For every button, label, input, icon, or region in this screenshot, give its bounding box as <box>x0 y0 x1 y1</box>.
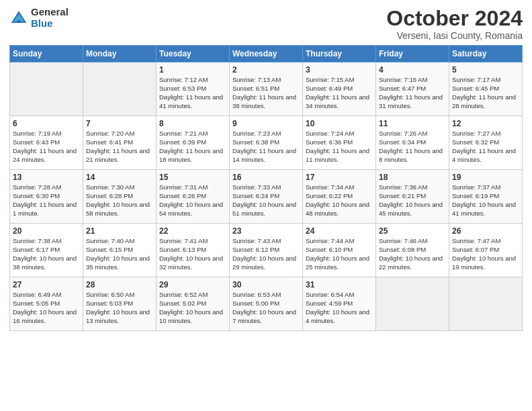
cell-content: Sunrise: 7:47 AM Sunset: 6:07 PM Dayligh… <box>452 237 519 271</box>
cell-content: Sunrise: 6:53 AM Sunset: 5:00 PM Dayligh… <box>232 291 300 325</box>
logo-text: General Blue <box>31 7 69 29</box>
calendar-cell <box>376 277 449 331</box>
day-number: 13 <box>13 173 80 182</box>
calendar-cell: 29Sunrise: 6:52 AM Sunset: 5:02 PM Dayli… <box>157 277 230 331</box>
title-block: October 2024 Verseni, Iasi County, Roman… <box>386 7 523 41</box>
calendar-cell: 31Sunrise: 6:54 AM Sunset: 4:59 PM Dayli… <box>303 277 376 331</box>
calendar-cell: 8Sunrise: 7:21 AM Sunset: 6:39 PM Daylig… <box>157 116 230 170</box>
calendar-cell: 9Sunrise: 7:23 AM Sunset: 6:38 PM Daylig… <box>230 116 303 170</box>
week-row-1: 1Sunrise: 7:12 AM Sunset: 6:53 PM Daylig… <box>10 62 523 116</box>
day-number: 11 <box>379 119 446 128</box>
calendar-cell: 12Sunrise: 7:27 AM Sunset: 6:32 PM Dayli… <box>449 116 523 170</box>
day-number: 14 <box>86 173 153 182</box>
cell-content: Sunrise: 7:41 AM Sunset: 6:13 PM Dayligh… <box>159 237 226 271</box>
cell-content: Sunrise: 6:52 AM Sunset: 5:02 PM Dayligh… <box>159 291 226 325</box>
calendar-cell: 5Sunrise: 7:17 AM Sunset: 6:45 PM Daylig… <box>449 62 523 116</box>
day-number: 31 <box>306 280 373 289</box>
cell-content: Sunrise: 7:30 AM Sunset: 6:28 PM Dayligh… <box>86 183 153 218</box>
day-number: 24 <box>306 226 373 236</box>
day-number: 8 <box>159 119 226 128</box>
calendar-cell: 30Sunrise: 6:53 AM Sunset: 5:00 PM Dayli… <box>230 277 303 331</box>
calendar-cell: 13Sunrise: 7:28 AM Sunset: 6:30 PM Dayli… <box>10 170 83 224</box>
cell-content: Sunrise: 7:12 AM Sunset: 6:53 PM Dayligh… <box>159 76 226 110</box>
calendar-cell: 22Sunrise: 7:41 AM Sunset: 6:13 PM Dayli… <box>157 224 230 277</box>
day-number: 25 <box>379 226 446 236</box>
cell-content: Sunrise: 7:36 AM Sunset: 6:21 PM Dayligh… <box>379 183 446 218</box>
cell-content: Sunrise: 7:26 AM Sunset: 6:34 PM Dayligh… <box>379 130 446 164</box>
day-number: 29 <box>159 280 226 289</box>
day-number: 10 <box>306 119 373 128</box>
calendar-cell: 18Sunrise: 7:36 AM Sunset: 6:21 PM Dayli… <box>376 170 449 224</box>
logo-general: General <box>31 7 69 18</box>
month-title: October 2024 <box>386 7 523 30</box>
cell-content: Sunrise: 7:21 AM Sunset: 6:39 PM Dayligh… <box>159 130 226 164</box>
day-number: 19 <box>452 173 519 182</box>
day-number: 20 <box>13 226 80 236</box>
day-number: 5 <box>452 65 519 75</box>
cell-content: Sunrise: 7:43 AM Sunset: 6:12 PM Dayligh… <box>232 237 300 271</box>
calendar: SundayMondayTuesdayWednesdayThursdayFrid… <box>9 45 523 331</box>
svg-rect-2 <box>17 20 21 23</box>
days-header-row: SundayMondayTuesdayWednesdayThursdayFrid… <box>10 46 523 62</box>
day-number: 30 <box>232 280 300 289</box>
logo-blue: Blue <box>31 18 69 30</box>
calendar-cell: 27Sunrise: 6:49 AM Sunset: 5:05 PM Dayli… <box>10 277 83 331</box>
calendar-cell: 26Sunrise: 7:47 AM Sunset: 6:07 PM Dayli… <box>449 224 523 277</box>
calendar-body: 1Sunrise: 7:12 AM Sunset: 6:53 PM Daylig… <box>10 62 523 331</box>
cell-content: Sunrise: 7:34 AM Sunset: 6:22 PM Dayligh… <box>306 183 373 218</box>
logo-icon <box>9 9 28 28</box>
day-header-saturday: Saturday <box>449 46 523 62</box>
calendar-cell: 14Sunrise: 7:30 AM Sunset: 6:28 PM Dayli… <box>83 170 157 224</box>
day-number: 2 <box>232 65 300 75</box>
cell-content: Sunrise: 7:27 AM Sunset: 6:32 PM Dayligh… <box>452 130 519 164</box>
cell-content: Sunrise: 7:16 AM Sunset: 6:47 PM Dayligh… <box>379 76 446 110</box>
calendar-cell: 20Sunrise: 7:38 AM Sunset: 6:17 PM Dayli… <box>10 224 83 277</box>
day-number: 7 <box>86 119 153 128</box>
day-number: 28 <box>86 280 153 289</box>
cell-content: Sunrise: 7:40 AM Sunset: 6:15 PM Dayligh… <box>86 237 153 271</box>
cell-content: Sunrise: 7:17 AM Sunset: 6:45 PM Dayligh… <box>452 76 519 110</box>
calendar-cell: 6Sunrise: 7:19 AM Sunset: 6:43 PM Daylig… <box>10 116 83 170</box>
calendar-cell <box>83 62 157 116</box>
cell-content: Sunrise: 7:38 AM Sunset: 6:17 PM Dayligh… <box>13 237 80 271</box>
calendar-cell: 7Sunrise: 7:20 AM Sunset: 6:41 PM Daylig… <box>83 116 157 170</box>
day-number: 23 <box>232 226 300 236</box>
calendar-cell: 24Sunrise: 7:44 AM Sunset: 6:10 PM Dayli… <box>303 224 376 277</box>
location: Verseni, Iasi County, Romania <box>386 30 523 41</box>
cell-content: Sunrise: 7:23 AM Sunset: 6:38 PM Dayligh… <box>232 130 300 164</box>
day-header-thursday: Thursday <box>303 46 376 62</box>
cell-content: Sunrise: 7:33 AM Sunset: 6:24 PM Dayligh… <box>232 183 300 218</box>
cell-content: Sunrise: 6:50 AM Sunset: 5:03 PM Dayligh… <box>86 291 153 325</box>
day-number: 18 <box>379 173 446 182</box>
day-number: 27 <box>13 280 80 289</box>
calendar-cell <box>10 62 83 116</box>
week-row-5: 27Sunrise: 6:49 AM Sunset: 5:05 PM Dayli… <box>10 277 523 331</box>
cell-content: Sunrise: 7:37 AM Sunset: 6:19 PM Dayligh… <box>452 183 519 218</box>
day-number: 12 <box>452 119 519 128</box>
cell-content: Sunrise: 7:19 AM Sunset: 6:43 PM Dayligh… <box>13 130 80 164</box>
day-number: 17 <box>306 173 373 182</box>
cell-content: Sunrise: 7:13 AM Sunset: 6:51 PM Dayligh… <box>232 76 300 110</box>
header: General Blue October 2024 Verseni, Iasi … <box>9 7 523 41</box>
calendar-cell: 17Sunrise: 7:34 AM Sunset: 6:22 PM Dayli… <box>303 170 376 224</box>
calendar-cell <box>449 277 523 331</box>
cell-content: Sunrise: 7:24 AM Sunset: 6:36 PM Dayligh… <box>306 130 373 164</box>
cell-content: Sunrise: 7:31 AM Sunset: 6:26 PM Dayligh… <box>159 183 226 218</box>
week-row-2: 6Sunrise: 7:19 AM Sunset: 6:43 PM Daylig… <box>10 116 523 170</box>
page: General Blue October 2024 Verseni, Iasi … <box>0 0 532 411</box>
calendar-cell: 11Sunrise: 7:26 AM Sunset: 6:34 PM Dayli… <box>376 116 449 170</box>
week-row-4: 20Sunrise: 7:38 AM Sunset: 6:17 PM Dayli… <box>10 224 523 277</box>
day-number: 22 <box>159 226 226 236</box>
day-header-sunday: Sunday <box>10 46 83 62</box>
calendar-cell: 16Sunrise: 7:33 AM Sunset: 6:24 PM Dayli… <box>230 170 303 224</box>
calendar-cell: 21Sunrise: 7:40 AM Sunset: 6:15 PM Dayli… <box>83 224 157 277</box>
calendar-cell: 25Sunrise: 7:46 AM Sunset: 6:08 PM Dayli… <box>376 224 449 277</box>
day-number: 21 <box>86 226 153 236</box>
cell-content: Sunrise: 6:54 AM Sunset: 4:59 PM Dayligh… <box>306 291 373 325</box>
calendar-cell: 2Sunrise: 7:13 AM Sunset: 6:51 PM Daylig… <box>230 62 303 116</box>
cell-content: Sunrise: 7:46 AM Sunset: 6:08 PM Dayligh… <box>379 237 446 271</box>
calendar-cell: 3Sunrise: 7:15 AM Sunset: 6:49 PM Daylig… <box>303 62 376 116</box>
day-number: 15 <box>159 173 226 182</box>
day-number: 16 <box>232 173 300 182</box>
day-header-friday: Friday <box>376 46 449 62</box>
